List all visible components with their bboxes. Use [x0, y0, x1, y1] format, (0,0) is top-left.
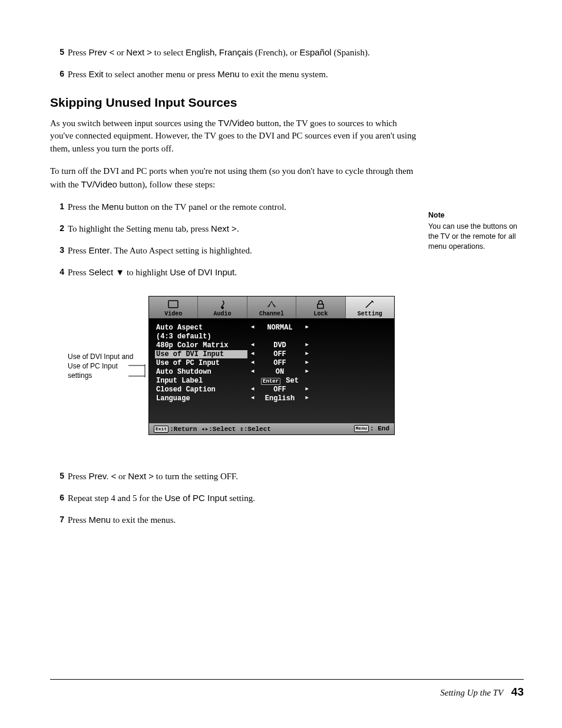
osd-tab-label: Video — [149, 311, 197, 317]
osd-tab-lock[interactable]: Lock — [296, 297, 345, 318]
step-item: 7Press Menu to exit the menus. — [50, 513, 418, 527]
osd-row-label: 480p Color Matrix — [155, 341, 247, 350]
osd-tab-label: Channel — [247, 311, 296, 317]
footer-page-number: 43 — [511, 686, 524, 698]
step-number: 5 — [50, 470, 64, 483]
osd-menu: VideoAudioChannelLockSetting Auto Aspect… — [148, 296, 395, 435]
osd-row-value: ◀English▶ — [247, 394, 312, 403]
svg-rect-0 — [168, 301, 178, 308]
osd-row-label: Language — [155, 394, 247, 403]
osd-row-value: ◀ON▶ — [247, 368, 312, 376]
step-number: 5 — [50, 46, 64, 60]
step-item: 6Repeat step 4 and 5 for the Use of PC I… — [50, 492, 418, 505]
step-text: To highlight the Setting menu tab, press… — [68, 222, 418, 236]
step-number: 3 — [50, 244, 64, 258]
osd-row-value: Enter Set — [247, 377, 312, 385]
step-item: 4Press Select ▼ to highlight Use of DVI … — [50, 266, 418, 279]
osd-row-label: (4:3 default) — [155, 332, 247, 341]
osd-row-value: ◀OFF▶ — [247, 350, 312, 358]
lock-icon — [296, 299, 345, 309]
osd-row-value: ◀DVD▶ — [247, 341, 312, 350]
step-text: Press Prev. < or Next > to turn the sett… — [68, 470, 418, 483]
osd-row-label: Input Label — [155, 377, 247, 385]
footer: Setting Up the TV 43 — [440, 686, 524, 699]
osd-row[interactable]: Language◀English▶ — [155, 394, 388, 403]
osd-row-label: Use of DVI Input — [155, 350, 247, 358]
osd-footer-left: Exit:Return ◂▸:Select ⇕:Select — [154, 425, 271, 433]
osd-tab-audio[interactable]: Audio — [198, 297, 247, 318]
step-number: 1 — [50, 200, 64, 214]
osd-footer-right: Menu: End — [354, 425, 389, 433]
osd-tab-label: Setting — [346, 311, 394, 317]
step-item: 5Press Prev. < or Next > to turn the set… — [50, 470, 418, 483]
osd-row[interactable]: Auto Shutdown◀ON▶ — [155, 367, 388, 376]
step-item: 6Press Exit to select another menu or pr… — [50, 68, 418, 81]
step-text: Press Enter. The Auto Aspect setting is … — [68, 244, 418, 258]
osd-row-value: ◀OFF▶ — [247, 386, 312, 394]
osd-row-label: Auto Shutdown — [155, 368, 247, 376]
paragraph: As you switch between input sources usin… — [50, 117, 418, 156]
osd-row-label: Auto Aspect — [155, 324, 247, 332]
callout-label: Use of DVI Input andUse of PC Input sett… — [68, 352, 138, 381]
setting-icon — [346, 299, 394, 309]
osd-row[interactable]: Use of PC Input◀OFF▶ — [155, 358, 388, 367]
osd-tab-label: Audio — [198, 311, 246, 317]
step-number: 4 — [50, 266, 64, 279]
note-sidebar: Note You can use the buttons on the TV o… — [428, 210, 523, 252]
section-heading: Skipping Unused Input Sources — [50, 95, 418, 110]
callout-leader-line — [128, 365, 149, 382]
osd-row[interactable]: 480p Color Matrix◀DVD▶ — [155, 341, 388, 350]
osd-row-value: ◀NORMAL▶ — [247, 324, 312, 332]
step-text: Press Prev < or Next > to select English… — [68, 46, 418, 60]
step-item: 5Press Prev < or Next > to select Englis… — [50, 46, 418, 60]
step-item: 2To highlight the Setting menu tab, pres… — [50, 222, 418, 236]
osd-row-label: Closed Caption — [155, 386, 247, 394]
step-number: 2 — [50, 222, 64, 236]
svg-rect-2 — [318, 304, 323, 308]
step-number: 6 — [50, 492, 64, 505]
osd-row[interactable]: (4:3 default) — [155, 332, 388, 341]
step-item: 1Press the Menu button on the TV panel o… — [50, 200, 418, 214]
osd-tab-label: Lock — [296, 311, 345, 317]
step-text: Press Menu to exit the menus. — [68, 513, 418, 527]
channel-icon — [247, 299, 296, 309]
step-text: Press Select ▼ to highlight Use of DVI I… — [68, 266, 418, 279]
video-icon — [149, 299, 197, 309]
osd-row-label: Use of PC Input — [155, 359, 247, 367]
audio-icon — [198, 299, 246, 309]
step-text: Press the Menu button on the TV panel or… — [68, 200, 418, 214]
step-number: 7 — [50, 513, 64, 527]
osd-tab-channel[interactable]: Channel — [247, 297, 296, 318]
main-content: 5Press Prev < or Next > to select Englis… — [50, 46, 418, 535]
osd-tab-setting[interactable]: Setting — [346, 297, 394, 318]
osd-row-value: ◀OFF▶ — [247, 359, 312, 367]
osd-row[interactable]: Closed Caption◀OFF▶ — [155, 385, 388, 394]
osd-row[interactable]: Input LabelEnter Set — [155, 376, 388, 385]
note-body: You can use the buttons on the TV or the… — [428, 222, 523, 252]
osd-tab-video[interactable]: Video — [149, 297, 198, 318]
note-heading: Note — [428, 210, 523, 220]
footer-chapter: Setting Up the TV — [440, 688, 503, 697]
paragraph: To turn off the DVI and PC ports when yo… — [50, 165, 418, 192]
osd-row[interactable]: Auto Aspect◀NORMAL▶ — [155, 323, 388, 332]
step-number: 6 — [50, 68, 64, 81]
svg-point-1 — [222, 307, 224, 309]
step-item: 3Press Enter. The Auto Aspect setting is… — [50, 244, 418, 258]
step-text: Repeat step 4 and 5 for the Use of PC In… — [68, 492, 418, 505]
footer-rule — [50, 679, 524, 680]
osd-row[interactable]: Use of DVI Input◀OFF▶ — [155, 350, 388, 358]
step-text: Press Exit to select another menu or pre… — [68, 68, 418, 81]
